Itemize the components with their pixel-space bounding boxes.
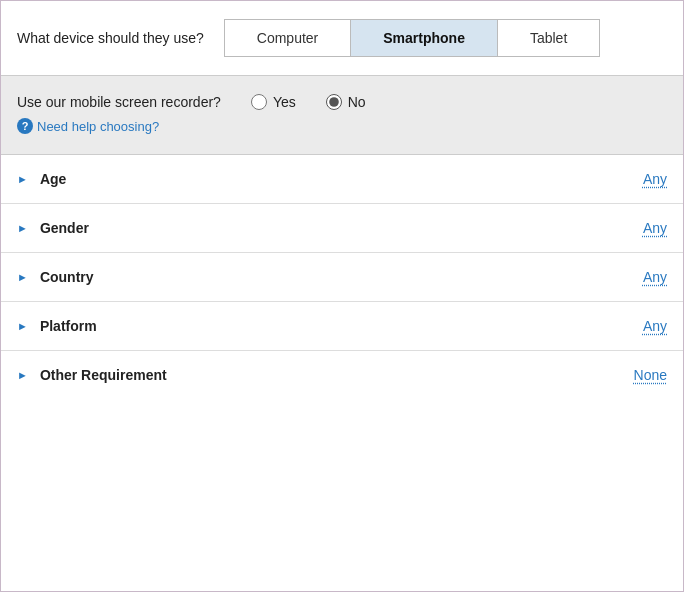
recorder-section: Use our mobile screen recorder? Yes No ?…: [1, 76, 683, 154]
tab-smartphone[interactable]: Smartphone: [351, 20, 498, 56]
age-arrow-icon: ►: [17, 173, 28, 185]
radio-yes-text: Yes: [273, 94, 296, 110]
filter-row-platform[interactable]: ► Platform Any: [1, 302, 683, 351]
recorder-row: Use our mobile screen recorder? Yes No: [17, 94, 667, 110]
country-value[interactable]: Any: [643, 269, 667, 285]
other-arrow-icon: ►: [17, 369, 28, 381]
platform-label: Platform: [40, 318, 643, 334]
filter-row-age[interactable]: ► Age Any: [1, 155, 683, 204]
help-text: Need help choosing?: [37, 119, 159, 134]
country-label: Country: [40, 269, 643, 285]
filter-row-gender[interactable]: ► Gender Any: [1, 204, 683, 253]
gender-arrow-icon: ►: [17, 222, 28, 234]
gender-value[interactable]: Any: [643, 220, 667, 236]
radio-no-text: No: [348, 94, 366, 110]
help-icon: ?: [17, 118, 33, 134]
filter-row-other[interactable]: ► Other Requirement None: [1, 351, 683, 399]
radio-yes[interactable]: [251, 94, 267, 110]
country-arrow-icon: ►: [17, 271, 28, 283]
platform-arrow-icon: ►: [17, 320, 28, 332]
device-tabs: Computer Smartphone Tablet: [224, 19, 601, 57]
main-container: What device should they use? Computer Sm…: [0, 0, 684, 592]
tab-tablet[interactable]: Tablet: [498, 20, 599, 56]
radio-no-label[interactable]: No: [326, 94, 366, 110]
tab-computer[interactable]: Computer: [225, 20, 351, 56]
other-value[interactable]: None: [634, 367, 667, 383]
gender-label: Gender: [40, 220, 643, 236]
filters-container: ► Age Any ► Gender Any ► Country Any ► P…: [1, 154, 683, 399]
radio-yes-label[interactable]: Yes: [251, 94, 296, 110]
radio-no[interactable]: [326, 94, 342, 110]
device-section: What device should they use? Computer Sm…: [1, 1, 683, 75]
recorder-question: Use our mobile screen recorder?: [17, 94, 221, 110]
age-label: Age: [40, 171, 643, 187]
recorder-radio-group: Yes No: [251, 94, 366, 110]
device-question: What device should they use?: [17, 30, 204, 46]
filter-row-country[interactable]: ► Country Any: [1, 253, 683, 302]
platform-value[interactable]: Any: [643, 318, 667, 334]
help-link[interactable]: ? Need help choosing?: [17, 118, 667, 134]
other-label: Other Requirement: [40, 367, 634, 383]
age-value[interactable]: Any: [643, 171, 667, 187]
